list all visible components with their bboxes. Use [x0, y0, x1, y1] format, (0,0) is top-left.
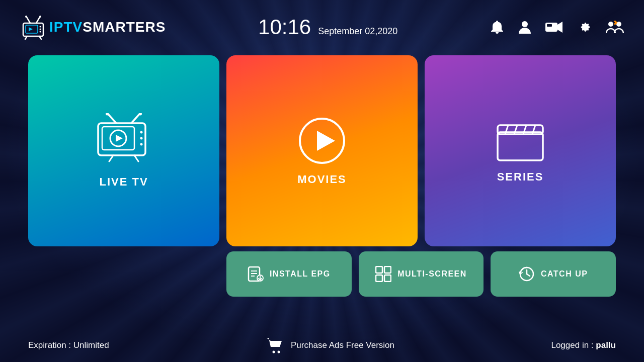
svg-line-52 [527, 274, 530, 276]
live-tv-card[interactable]: LIVE TV [28, 55, 219, 246]
install-epg-label: INSTALL EPG [270, 269, 331, 279]
header: IPTVSMARTERS 10:16 September 02,2020 [0, 0, 644, 50]
settings-icon[interactable] [577, 20, 592, 35]
bell-icon[interactable] [490, 20, 504, 35]
purchase-area[interactable]: Purchase Ads Free Version [266, 337, 394, 354]
svg-rect-47 [384, 266, 391, 273]
clock-display: 10:16 [258, 15, 311, 39]
install-epg-icon [248, 266, 264, 282]
svg-point-17 [608, 22, 613, 27]
logged-in-user: pallu [596, 340, 616, 350]
logo-area: IPTVSMARTERS [20, 14, 166, 40]
multi-screen-icon [375, 266, 391, 282]
logged-in-info: Logged in : pallu [551, 340, 616, 350]
purchase-text: Purchase Ads Free Version [291, 340, 394, 350]
svg-point-6 [39, 16, 41, 18]
user-icon[interactable] [518, 20, 531, 35]
time-area: 10:16 September 02,2020 [166, 15, 490, 39]
small-cards-row: INSTALL EPG MULTI-SCREEN [28, 251, 616, 297]
svg-text:REC: REC [547, 28, 552, 31]
spacer [28, 251, 219, 297]
svg-point-28 [140, 137, 143, 140]
svg-marker-26 [116, 135, 123, 142]
catch-up-card[interactable]: CATCH UP [491, 251, 616, 297]
movies-icon [297, 116, 347, 166]
expiration-value: Unlimited [73, 340, 109, 350]
footer: Expiration : Unlimited Purchase Ads Free… [0, 329, 644, 362]
main-wrapper: IPTVSMARTERS 10:16 September 02,2020 [0, 0, 644, 362]
svg-line-3 [27, 17, 30, 23]
svg-rect-46 [376, 266, 382, 273]
date-display: September 02,2020 [318, 26, 397, 37]
logo-tv-icon [20, 14, 46, 40]
svg-point-12 [522, 21, 528, 27]
expiration-info: Expiration : Unlimited [28, 340, 109, 350]
svg-rect-34 [498, 132, 543, 160]
svg-rect-23 [98, 123, 145, 155]
live-tv-icon [91, 113, 156, 168]
multi-screen-card[interactable]: MULTI-SCREEN [359, 251, 484, 297]
switch-user-icon[interactable] [606, 20, 624, 35]
svg-marker-8 [29, 27, 33, 31]
series-card[interactable]: SERIES [425, 55, 616, 246]
svg-line-30 [109, 155, 113, 161]
svg-point-29 [140, 143, 143, 146]
svg-point-10 [40, 29, 41, 30]
svg-point-4 [25, 16, 27, 18]
content-area: LIVE TV MOVIES [0, 50, 644, 329]
logged-in-label: Logged in : [551, 340, 596, 350]
series-icon [495, 118, 545, 163]
series-label: SERIES [497, 170, 544, 184]
svg-point-9 [40, 26, 41, 28]
svg-line-5 [36, 17, 40, 23]
svg-line-19 [108, 114, 116, 123]
catch-up-icon [519, 266, 535, 282]
cart-icon [266, 337, 284, 354]
svg-rect-15 [547, 24, 552, 27]
record-icon[interactable]: REC [545, 21, 562, 34]
catch-up-label: CATCH UP [541, 269, 588, 279]
svg-rect-48 [376, 275, 382, 282]
live-tv-label: LIVE TV [99, 175, 148, 189]
movies-label: MOVIES [297, 173, 347, 186]
svg-point-54 [278, 351, 280, 353]
svg-line-31 [134, 155, 138, 161]
expiration-label: Expiration : [28, 340, 73, 350]
svg-rect-49 [384, 275, 391, 282]
svg-marker-14 [557, 22, 562, 33]
logo-text: IPTVSMARTERS [49, 19, 166, 35]
svg-point-27 [140, 131, 143, 134]
nav-icons: REC [490, 20, 624, 35]
svg-line-21 [131, 114, 139, 123]
multi-screen-label: MULTI-SCREEN [397, 269, 467, 279]
movies-card[interactable]: MOVIES [226, 55, 418, 246]
svg-point-53 [273, 351, 275, 353]
install-epg-card[interactable]: INSTALL EPG [226, 251, 352, 297]
svg-marker-33 [317, 131, 335, 151]
main-cards-row: LIVE TV MOVIES [28, 55, 616, 246]
svg-point-11 [40, 31, 41, 33]
